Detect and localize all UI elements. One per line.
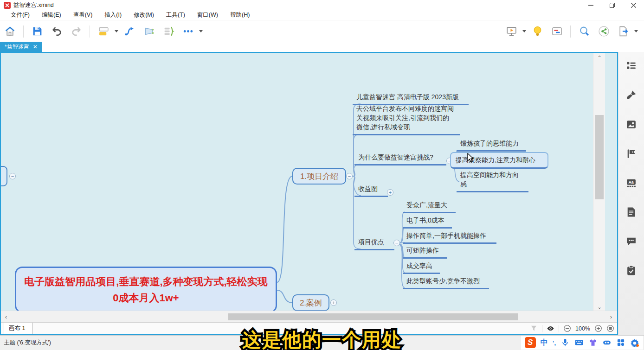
save-button[interactable] <box>29 24 45 39</box>
topic-case[interactable]: 2.案例 <box>292 294 329 311</box>
undo-button[interactable] <box>49 24 64 39</box>
node-strategy[interactable]: 去公域平台发布不同难度的迷宫闯 关视频来吸引关注,引流到我们的 微信,进行私域变… <box>353 102 460 135</box>
node-adv-conversion[interactable]: 成交率高 <box>403 260 440 274</box>
separator <box>559 325 559 332</box>
ime-mode-chinese[interactable]: 中 <box>541 338 548 348</box>
menu-edit[interactable]: 编辑(E) <box>36 10 67 20</box>
ime-punctuation[interactable]: ’, <box>553 339 556 346</box>
expand-badge[interactable]: + <box>387 189 393 196</box>
image-panel-icon[interactable] <box>625 119 637 130</box>
xmind-window: 益智迷宫.xmind 文件(F) 编辑(E) 查看(V) 插入(I) 修改(M)… <box>0 0 644 350</box>
idea-lightbulb-button[interactable] <box>529 24 545 39</box>
soft-keyboard-icon[interactable] <box>574 338 584 347</box>
menu-help[interactable]: 帮助(H) <box>224 10 256 20</box>
topic-style-dropdown[interactable] <box>113 24 120 39</box>
share-button[interactable] <box>596 24 612 39</box>
format-brush-icon[interactable] <box>625 89 637 101</box>
root-topic[interactable]: 电子版益智用品项目,垂直赛道,多种变现方式,轻松实现0成本月入1w+ <box>15 267 277 312</box>
expand-badge[interactable]: + <box>330 299 337 306</box>
sheet-bar: 画布 1 100% <box>1 322 617 334</box>
more-tools-button[interactable] <box>180 24 196 39</box>
node-why[interactable]: 为什么要做益智迷宫挑战? <box>354 151 446 165</box>
sogou-logo-icon[interactable]: S <box>525 337 536 348</box>
node-advantages[interactable]: 项目优点 <box>354 236 394 250</box>
node-adv-audience[interactable]: 受众广,流量大 <box>403 199 456 213</box>
node-why-spatial[interactable]: 提高空间能力和方向感 <box>457 169 528 192</box>
comments-panel-icon[interactable] <box>625 235 637 247</box>
fit-menu-button[interactable] <box>606 325 614 332</box>
mouse-cursor <box>467 153 476 163</box>
more-tools-dropdown[interactable] <box>198 24 204 39</box>
vertical-scrollbar[interactable]: ⌃ ⌄ <box>593 53 605 312</box>
tab-close-icon[interactable]: ✕ <box>33 44 38 50</box>
menu-insert[interactable]: 插入(I) <box>98 10 128 20</box>
export-dropdown[interactable] <box>633 24 639 39</box>
canvas-sheet-tab[interactable]: 画布 1 <box>4 323 33 334</box>
node-why-thinking[interactable]: 锻炼孩子的思维能力 <box>457 137 526 152</box>
font-panel-icon[interactable]: Aa <box>625 177 637 189</box>
node-income[interactable]: 收益图 <box>354 183 388 197</box>
topic-label: 1.项目介绍 <box>300 171 338 182</box>
menu-window[interactable]: 窗口(W) <box>191 10 224 20</box>
boundary-button[interactable] <box>141 24 157 39</box>
home-button[interactable] <box>2 24 18 39</box>
skin-icon[interactable] <box>588 338 598 347</box>
scroll-left-arrow[interactable]: ‹ <box>1 311 11 323</box>
search-button[interactable] <box>576 24 592 39</box>
topic-style-button[interactable] <box>96 24 111 39</box>
scroll-right-arrow[interactable]: › <box>606 311 616 323</box>
node-adv-easy[interactable]: 操作简单,一部手机就能操作 <box>403 229 496 244</box>
menu-view[interactable]: 查看(V) <box>67 10 99 20</box>
style-panel-button[interactable] <box>549 24 565 39</box>
relationship-button[interactable] <box>122 24 137 39</box>
emoji-robot-icon[interactable] <box>602 338 612 347</box>
separator <box>542 325 542 332</box>
document-tab[interactable]: *益智迷宫 ✕ <box>0 42 42 52</box>
root-topic-label: 电子版益智用品项目,垂直赛道,多种变现方式,轻松实现0成本月入1w+ <box>23 274 269 306</box>
presentation-button[interactable] <box>503 24 519 39</box>
horizontal-scrollbar[interactable]: ‹ › <box>1 311 617 322</box>
mindmap-canvas[interactable]: 电子版益智用品项目,垂直赛道,多种变现方式,轻松实现0成本月入1w+ 1.项目介… <box>1 53 605 312</box>
restore-button[interactable] <box>601 0 623 10</box>
node-adv-competition[interactable]: 此类型账号少,竞争不激烈 <box>403 275 489 289</box>
menu-modify[interactable]: 修改(M) <box>128 10 160 20</box>
menu-file[interactable]: 文件(F) <box>5 10 36 20</box>
document-tab-label: *益智迷宫 <box>5 43 29 51</box>
redo-button[interactable] <box>68 24 84 39</box>
overview-eye-button[interactable] <box>547 325 554 332</box>
outline-panel-icon[interactable] <box>625 60 637 72</box>
collapse-badge[interactable]: − <box>9 173 16 179</box>
node-adv-matrix[interactable]: 可矩阵操作 <box>403 244 447 259</box>
scroll-up-arrow[interactable]: ⌃ <box>593 53 605 62</box>
horizontal-scroll-thumb[interactable] <box>228 313 518 320</box>
scroll-down-arrow[interactable]: ⌄ <box>593 302 605 312</box>
toolbar-separator <box>570 25 571 38</box>
ime-toolbar: S 中 ’, <box>521 336 643 350</box>
zoom-out-button[interactable] <box>563 325 571 332</box>
minimize-button[interactable] <box>580 0 601 10</box>
export-button[interactable] <box>615 24 631 39</box>
collapse-badge[interactable]: − <box>346 173 353 179</box>
title-bar: 益智迷宫.xmind <box>0 0 644 10</box>
topic-project-intro[interactable]: 1.项目介绍 <box>292 168 346 185</box>
task-panel-icon[interactable] <box>625 265 637 276</box>
microphone-icon[interactable] <box>560 338 570 347</box>
topic-label: 2.案例 <box>300 298 322 308</box>
ime-settings-gear-icon[interactable] <box>630 338 639 347</box>
summary-button[interactable] <box>161 24 176 39</box>
toolbox-grid-icon[interactable] <box>616 338 625 347</box>
node-why-observe-highlighted[interactable]: 提高观察能力,注意力和耐心 <box>450 152 548 169</box>
editor-frame: 电子版益智用品项目,垂直赛道,多种变现方式,轻松实现0成本月入1w+ 1.项目介… <box>0 52 618 335</box>
collapse-badge[interactable]: − <box>393 240 400 246</box>
zoom-in-button[interactable] <box>594 325 602 332</box>
offscreen-topic-fragment[interactable] <box>1 166 7 186</box>
filter-icon[interactable] <box>530 325 538 332</box>
toolbar-separator <box>23 25 24 38</box>
notes-panel-icon[interactable] <box>625 206 637 218</box>
close-button[interactable] <box>623 0 644 10</box>
menu-tools[interactable]: 工具(T) <box>160 10 191 20</box>
node-adv-zerocost[interactable]: 电子书,0成本 <box>403 214 452 229</box>
marker-flag-icon[interactable] <box>625 148 637 159</box>
presentation-dropdown[interactable] <box>521 24 528 39</box>
vertical-scroll-thumb[interactable] <box>595 115 604 199</box>
